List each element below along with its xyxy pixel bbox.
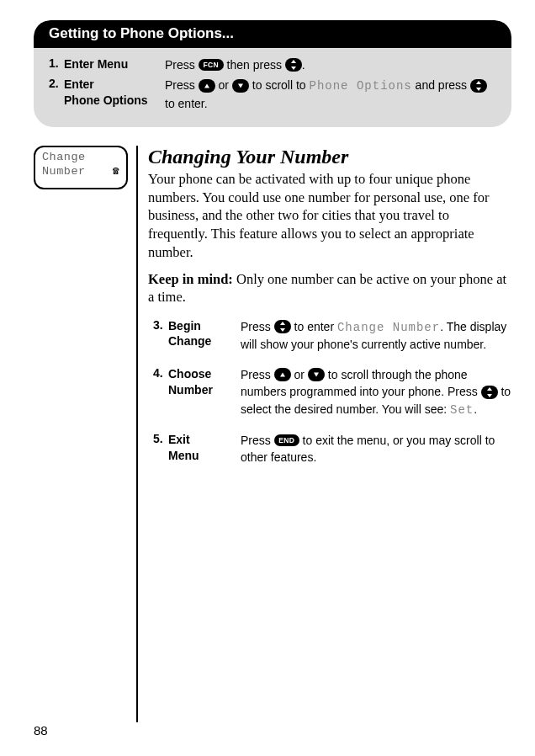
main-content: Change Number ☎ Changing Your Number You… [34,146,511,722]
lcd-display: Change Number ☎ [34,146,128,189]
intro-title: Getting to Phone Options... [49,25,234,41]
lcd-line2: Number [42,165,86,179]
scroll-up-icon [274,368,291,381]
main-step-3: 3. Begin Change Press to enter Change Nu… [148,318,511,354]
step-label: Begin Change [168,318,241,350]
side-column: Change Number ☎ [34,146,128,722]
scroll-updown-icon [274,320,291,333]
scroll-down-icon [308,368,325,381]
lcd-text: Change Number [337,321,440,334]
intro-content: 1. Enter Menu Press FCN then press . 2. … [34,48,511,119]
fcn-button-icon: FCN [199,59,224,71]
main-steps: 3. Begin Change Press to enter Change Nu… [148,318,511,466]
scroll-up-icon [199,79,215,93]
step-description: Press END to exit the menu, or you may s… [241,432,511,466]
content-column: Changing Your Number Your phone can be a… [148,146,511,722]
step-label: Exit Menu [168,432,241,464]
step-number: 3. [148,318,168,332]
phone-icon: ☎ [113,165,119,178]
step-number: 4. [148,366,168,380]
step-description: Press or to scroll to Phone Options and … [165,77,498,112]
step-number: 2. [49,77,64,90]
lcd-text: Set [450,403,474,417]
step-label: Enter Phone Options [64,77,165,109]
step-number: 5. [148,432,168,445]
scroll-down-icon [232,79,249,93]
section-paragraph: Your phone can be activated with up to f… [148,170,511,262]
keep-in-mind: Keep in mind: Only one number can be act… [148,270,511,306]
step-number: 1. [49,56,64,70]
intro-header: Getting to Phone Options... [34,20,511,48]
main-step-5: 5. Exit Menu Press END to exit the menu,… [148,432,511,466]
intro-step-1: 1. Enter Menu Press FCN then press . [49,56,498,73]
section-title: Changing Your Number [148,146,511,168]
page-number: 88 [34,723,48,737]
scroll-updown-icon [285,58,302,72]
lcd-text: Phone Options [310,79,412,93]
step-description: Press FCN then press . [165,56,498,73]
step-description: Press to enter Change Number. The displa… [241,318,511,354]
keep-label: Keep in mind: [148,271,233,287]
end-button-icon: END [274,434,299,446]
step-label: Choose Number [168,366,241,398]
step-label: Enter Menu [64,56,165,72]
scroll-updown-icon [470,79,487,93]
lcd-line1: Change [42,151,119,165]
main-step-4: 4. Choose Number Press or to scroll thro… [148,366,511,418]
intro-step-2: 2. Enter Phone Options Press or to scrol… [49,77,498,112]
scroll-updown-icon [481,386,498,399]
step-description: Press or to scroll through the phone num… [241,366,511,418]
intro-box: Getting to Phone Options... 1. Enter Men… [34,20,511,127]
vertical-divider [136,146,138,722]
